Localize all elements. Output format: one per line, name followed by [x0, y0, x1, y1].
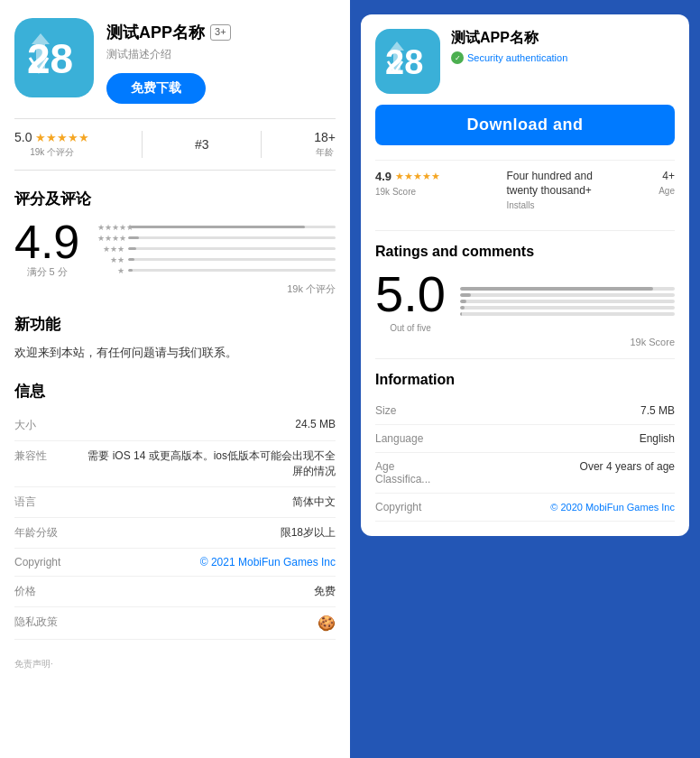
info-section-left: 信息 大小 24.5 MB 兼容性 需要 iOS 14 或更高版本。ios低版本… — [14, 381, 336, 640]
app-header-right: 28 测试APP名称 ✓ Security authentication — [375, 29, 675, 94]
app-info-left: 测试APP名称 3+ 测试描述介绍 免费下载 — [106, 18, 336, 104]
info-table-left: 大小 24.5 MB 兼容性 需要 iOS 14 或更高版本。ios低版本可能会… — [14, 411, 336, 640]
info-row-size: 大小 24.5 MB — [14, 411, 336, 441]
stats-row-left: 5.0 ★★★★★ 19k 个评分 #3 18+ 年龄 — [14, 118, 336, 171]
disclaimer-left: 免责声明· — [14, 658, 336, 670]
stars-bars-left: ★★★★★ ★★★★ ★★★ ★★ ★ — [97, 223, 336, 275]
right-info-row-lang: Language English — [375, 425, 675, 453]
star-bar-2: ★★ — [97, 255, 336, 264]
right-star-bar-4 — [460, 293, 675, 297]
right-info-row-age: Age Classifica... Over 4 years of age — [375, 453, 675, 494]
security-text: Security authentication — [467, 52, 567, 63]
info-title-left: 信息 — [14, 381, 336, 402]
rank-value-left: #3 — [195, 137, 209, 152]
big-score-right: 5.0 Out of five — [375, 269, 446, 333]
ratings-section-left: 评分及评论 4.9 满分 5 分 ★★★★★ ★★★★ ★★★ — [14, 189, 336, 296]
rating-label-left: 19k 个评分 — [30, 146, 74, 159]
svg-text:28: 28 — [385, 43, 423, 81]
app-subtitle-left: 测试描述介绍 — [106, 47, 336, 62]
star-bar-3: ★★★ — [97, 245, 336, 254]
right-info-value-age: Over 4 years of age — [447, 453, 675, 494]
rating-num-right: 4.9 — [375, 170, 391, 183]
security-badge: ✓ Security authentication — [451, 51, 675, 64]
stats-row-right: 4.9 ★★★★★ 19k Score Four hundred and twe… — [375, 160, 675, 219]
info-value-compat: 需要 iOS 14 或更高版本。ios低版本可能会出现不全屏的情况 — [78, 440, 336, 486]
right-star-bar-5 — [460, 287, 675, 291]
star-bar-5: ★★★★★ — [97, 223, 336, 232]
ratings-count-left: 19k 个评分 — [14, 282, 336, 296]
app-header-left: 28 测试APP名称 3+ 测试描述介绍 免费下载 — [14, 18, 336, 104]
info-value-size: 24.5 MB — [78, 411, 336, 441]
info-value-copyright: © 2021 MobiFun Games Inc — [78, 548, 336, 576]
info-label-size: 大小 — [14, 411, 78, 441]
ratings-count-right: 19k Score — [375, 337, 675, 347]
right-info-label-age: Age Classifica... — [375, 453, 447, 494]
ratings-title-right: Ratings and comments — [375, 244, 675, 260]
app-icon-left: 28 — [14, 18, 94, 97]
info-value-privacy: 🍪 — [78, 606, 336, 639]
divider-2-right — [375, 358, 675, 359]
right-star-bar-1 — [460, 312, 675, 316]
right-info-label-size: Size — [375, 397, 447, 425]
right-info-label-lang: Language — [375, 425, 447, 453]
info-value-age: 限18岁以上 — [78, 517, 336, 548]
installs-label-right: Installs — [506, 200, 592, 210]
installs-main-right: Four hundred and — [506, 170, 592, 182]
star-bar-4: ★★★★ — [97, 234, 336, 243]
big-score-num-right: 5.0 — [375, 269, 446, 319]
ratings-content-left: 4.9 满分 5 分 ★★★★★ ★★★★ ★★★ ★★ — [14, 218, 336, 279]
download-button-left[interactable]: 免费下载 — [106, 73, 206, 104]
age-badge-left: 3+ — [210, 24, 231, 40]
info-label-compat: 兼容性 — [14, 440, 78, 486]
rating-stat-right: 4.9 ★★★★★ 19k Score — [375, 170, 440, 197]
info-label-privacy: 隐私政策 — [14, 606, 78, 639]
app-info-right: 测试APP名称 ✓ Security authentication — [451, 29, 675, 71]
info-row-privacy: 隐私政策 🍪 — [14, 606, 336, 639]
rating-value-left: 5.0 ★★★★★ — [14, 130, 89, 144]
star-bar-1: ★ — [97, 266, 336, 275]
big-score-sub-left: 满分 5 分 — [27, 265, 68, 279]
info-label-price: 价格 — [14, 576, 78, 606]
info-value-price: 免费 — [78, 576, 336, 606]
stars-bars-right — [460, 287, 675, 316]
age-value-right: 4+ — [659, 170, 675, 182]
ratings-title-left: 评分及评论 — [14, 189, 336, 209]
rating-stat-left: 5.0 ★★★★★ 19k 个评分 — [14, 130, 89, 159]
shield-icon: ✓ — [451, 51, 464, 64]
info-row-price: 价格 免费 — [14, 576, 336, 606]
info-label-copyright: Copyright — [14, 548, 78, 576]
info-value-lang: 简体中文 — [78, 486, 336, 517]
ratings-content-right: 5.0 Out of five — [375, 269, 675, 333]
info-section-right: Size 7.5 MB Language English Age Classif… — [375, 397, 675, 522]
app-icon-right: 28 — [375, 29, 440, 94]
big-score-left: 4.9 满分 5 分 — [14, 218, 79, 279]
installs-stat-right: Four hundred and twenty thousand+ Instal… — [506, 170, 592, 210]
big-score-num-left: 4.9 — [14, 218, 79, 265]
stat-divider-1 — [142, 131, 143, 158]
right-info-label-copyright: Copyright — [375, 494, 447, 522]
new-features-text: 欢迎来到本站，有任何问题请与我们联系。 — [14, 344, 336, 363]
right-info-value-copyright: © 2020 MobiFun Games Inc — [447, 494, 675, 522]
big-score-sub-right: Out of five — [390, 323, 431, 333]
score-label-right: 19k Score — [375, 187, 440, 197]
rank-stat-left: #3 — [195, 137, 209, 152]
right-panel: 28 测试APP名称 ✓ Security authentication Dow… — [350, 0, 700, 758]
app-title-right: 测试APP名称 — [451, 29, 675, 48]
right-info-value-lang: English — [447, 425, 675, 453]
right-star-bar-3 — [460, 300, 675, 303]
info-row-age: 年龄分级 限18岁以上 — [14, 517, 336, 548]
age-label-right: Age — [659, 186, 675, 196]
age-value-left: 18+ — [314, 130, 336, 144]
app-title-left: 测试APP名称 — [106, 22, 205, 43]
download-button-right[interactable]: Download and — [375, 105, 675, 145]
right-info-value-size: 7.5 MB — [447, 397, 675, 425]
info-row-lang: 语言 简体中文 — [14, 486, 336, 517]
new-features-title: 新功能 — [14, 314, 336, 335]
age-stat-right: 4+ Age — [659, 170, 675, 196]
installs-sub-right: twenty thousand+ — [506, 184, 592, 197]
app-title-row-left: 测试APP名称 3+ — [106, 22, 336, 43]
new-features-section: 新功能 欢迎来到本站，有任何问题请与我们联系。 — [14, 314, 336, 363]
info-label-age: 年龄分级 — [14, 517, 78, 548]
info-title-right: Information — [375, 372, 675, 388]
right-star-bar-2 — [460, 306, 675, 310]
